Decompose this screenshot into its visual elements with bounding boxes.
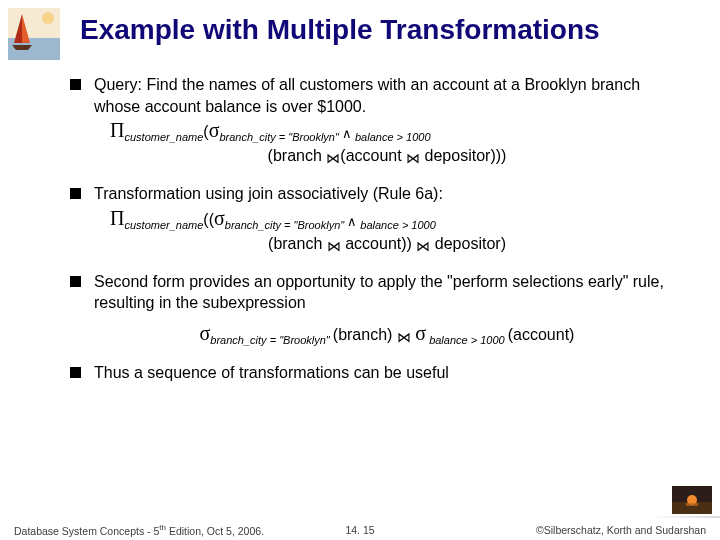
bullet-text: Thus a sequence of transformations can b… — [94, 364, 449, 381]
svg-rect-1 — [8, 8, 60, 38]
join-symbol: ⋈ — [397, 329, 411, 348]
join-symbol: ⋈ — [416, 238, 430, 257]
join-symbol: ⋈ — [327, 238, 341, 257]
slide-body: Query: Find the names of all customers w… — [70, 74, 680, 397]
svg-point-3 — [42, 12, 54, 24]
bullet-transformation: Transformation using join associatively … — [70, 183, 680, 257]
subscript: branch_city — [225, 219, 281, 231]
text-fragment: (branch — [268, 147, 327, 164]
formula-line-1: Πcustomer_name((σbranch_city = "Brooklyn… — [94, 205, 680, 233]
pi-symbol: Π — [110, 207, 124, 229]
subscript: branch_city — [210, 334, 266, 346]
wedge-symbol: ∧ — [342, 126, 352, 141]
sailboat-icon — [8, 8, 60, 60]
bottom-stripe — [650, 516, 720, 518]
subscript: balance > 1000 — [352, 131, 431, 143]
bullet-text: Second form provides an opportunity to a… — [94, 273, 664, 312]
footer-left: Database System Concepts - 5th Edition, … — [14, 523, 264, 537]
slide: Example with Multiple Transformations Qu… — [0, 0, 720, 540]
subscript: = "Brooklyn" — [276, 131, 342, 143]
text-fragment: (account) — [508, 326, 575, 343]
text-fragment: Database System Concepts - 5 — [14, 524, 159, 536]
text-fragment: Edition, Oct 5, 2006. — [166, 524, 264, 536]
footer: Database System Concepts - 5th Edition, … — [14, 523, 706, 537]
text-fragment: (account — [340, 147, 406, 164]
bullet-conclusion: Thus a sequence of transformations can b… — [70, 362, 680, 384]
text-fragment: )) — [401, 235, 416, 252]
text-fragment: depositor — [420, 147, 490, 164]
subscript: = "Brooklyn" — [267, 334, 333, 346]
subscript: branch_city — [219, 131, 275, 143]
bullet-query: Query: Find the names of all customers w… — [70, 74, 680, 169]
text-fragment: account — [345, 235, 401, 252]
formula-line-2: (branch ⋈(account ⋈ depositor))) — [94, 145, 680, 169]
text-fragment: ) — [501, 235, 506, 252]
bullet-second-form: Second form provides an opportunity to a… — [70, 271, 680, 348]
wedge-symbol: ∧ — [347, 214, 357, 229]
formula-line-2: (branch ⋈ account)) ⋈ depositor) — [94, 233, 680, 257]
sigma-symbol: σ — [214, 207, 225, 229]
subscript: customer_name — [124, 219, 203, 231]
sigma-symbol: σ — [200, 322, 211, 344]
subscript: balance > 1000 — [357, 219, 436, 231]
superscript-th: th — [159, 523, 166, 532]
sigma-symbol: σ — [209, 119, 220, 141]
bullet-text: Query: Find the names of all customers w… — [94, 76, 640, 115]
footer-page-number: 14. 15 — [345, 524, 374, 536]
text-fragment: ))) — [490, 147, 506, 164]
subscript: balance > 1000 — [426, 334, 508, 346]
bullet-text: Transformation using join associatively … — [94, 185, 443, 202]
text-fragment: depositor — [430, 235, 500, 252]
formula-line-1: Πcustomer_name(σbranch_city = "Brooklyn"… — [94, 117, 680, 145]
sunset-icon — [672, 486, 712, 514]
join-symbol: ⋈ — [406, 150, 420, 169]
subscript: = "Brooklyn" — [281, 219, 347, 231]
footer-right: ©Silberschatz, Korth and Sudarshan — [536, 524, 706, 536]
join-symbol: ⋈ — [326, 150, 340, 169]
formula-line: σbranch_city = "Brooklyn" (branch) ⋈ σ b… — [94, 320, 680, 348]
slide-title: Example with Multiple Transformations — [80, 14, 704, 46]
pi-symbol: Π — [110, 119, 124, 141]
svg-rect-7 — [686, 503, 698, 506]
text-fragment: (branch — [268, 235, 327, 252]
text-fragment: (branch) — [333, 326, 397, 343]
subscript: customer_name — [124, 131, 203, 143]
sigma-symbol: σ — [415, 322, 426, 344]
